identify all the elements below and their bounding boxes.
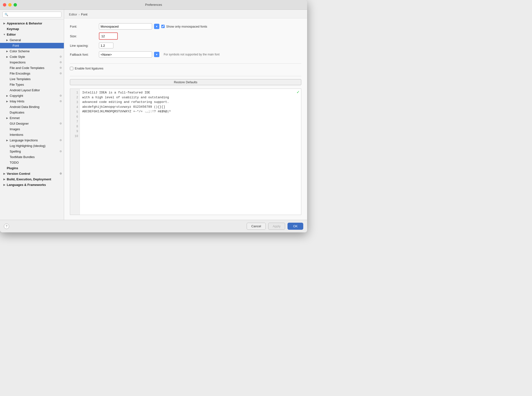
sidebar-item-live-templates[interactable]: Live Templates xyxy=(0,76,64,82)
fallback-font-select[interactable]: <None> xyxy=(99,51,152,58)
checkmark-icon: ✓ xyxy=(296,90,300,94)
line-number: 2 xyxy=(70,95,80,100)
show-monospaced-label[interactable]: Show only monospaced fonts xyxy=(161,25,207,28)
sidebar-item-images[interactable]: Images xyxy=(0,126,64,132)
sidebar-item-label-version-control: Version Control xyxy=(7,172,30,175)
main-layout: ▶Appearance & BehaviorKeymap▼Editor▶Gene… xyxy=(0,10,307,220)
code-line: ABCDEFGHIJKLMNOPQRSTUVWXYZ +-*/= .,;:!? … xyxy=(82,109,299,114)
sidebar-item-textmate-bundles[interactable]: TextMate Bundles xyxy=(0,154,64,160)
file-encodings-gear-icon: ⚙ xyxy=(59,72,62,75)
sidebar-item-label-inlay-hints: Inlay Hints xyxy=(10,99,24,103)
sidebar-item-label-live-templates: Live Templates xyxy=(10,77,30,81)
sidebar-item-label-emmet: Emmet xyxy=(10,116,20,120)
fallback-font-label: Fallback font: xyxy=(70,53,99,56)
sidebar-item-log-highlighting[interactable]: Log Highlighting (Ideolog) xyxy=(0,143,64,149)
sidebar-item-build-execution-deployment[interactable]: ▶Build, Execution, Deployment xyxy=(0,176,64,182)
version-control-arrow-icon: ▶ xyxy=(3,172,6,175)
languages-frameworks-arrow-icon: ▶ xyxy=(3,183,6,186)
sidebar-item-language-injections[interactable]: ▶Language Injections⚙ xyxy=(0,137,64,143)
sidebar-item-gui-designer[interactable]: GUI Designer⚙ xyxy=(0,121,64,126)
sidebar-item-spelling[interactable]: Spelling⚙ xyxy=(0,149,64,154)
ok-button[interactable]: OK xyxy=(288,223,303,230)
breadcrumb-separator: › xyxy=(79,13,80,16)
code-line: with a high level of usability and outst… xyxy=(82,95,299,100)
sidebar-item-label-languages-frameworks: Languages & Frameworks xyxy=(7,183,46,187)
sidebar-tree: ▶Appearance & BehaviorKeymap▼Editor▶Gene… xyxy=(0,20,64,220)
inlay-hints-gear-icon: ⚙ xyxy=(59,100,62,103)
font-select[interactable]: Monospaced xyxy=(99,23,152,30)
sidebar-item-label-copyright: Copyright xyxy=(10,94,23,98)
sidebar-item-general[interactable]: ▶General xyxy=(0,37,64,43)
search-input[interactable] xyxy=(2,12,61,17)
sidebar-item-languages-frameworks[interactable]: ▶Languages & Frameworks xyxy=(0,182,64,188)
sidebar-item-intentions[interactable]: Intentions xyxy=(0,132,64,137)
sidebar-item-appearance-behavior[interactable]: ▶Appearance & Behavior xyxy=(0,21,64,26)
help-button[interactable]: ? xyxy=(4,224,9,229)
sidebar-item-code-style[interactable]: ▶Code Style⚙ xyxy=(0,54,64,60)
fallback-select-arrow[interactable]: ▼ xyxy=(154,52,159,57)
line-number: 10 xyxy=(70,134,80,139)
line-number: 1 xyxy=(70,90,80,95)
sidebar-item-emmet[interactable]: ▶Emmet xyxy=(0,115,64,121)
line-number: 6 xyxy=(70,114,80,119)
font-select-wrapper: Monospaced ▼ Show only monospaced fonts xyxy=(99,23,207,30)
ligatures-row: Enable font ligatures xyxy=(70,67,301,70)
breadcrumb-current: Font xyxy=(81,13,87,16)
ligatures-checkbox[interactable] xyxy=(70,67,73,70)
sidebar-item-file-code-templates[interactable]: File and Code Templates⚙ xyxy=(0,65,64,71)
sidebar-item-label-code-style: Code Style xyxy=(10,55,25,59)
content-body: Font: Monospaced ▼ Show only monospaced … xyxy=(64,18,307,220)
sidebar-item-label-appearance-behavior: Appearance & Behavior xyxy=(7,22,42,25)
breadcrumb: Editor › Font xyxy=(64,10,307,18)
inlay-hints-arrow-icon: ▶ xyxy=(6,100,9,103)
sidebar-item-version-control[interactable]: ▶Version Control⚙ xyxy=(0,171,64,176)
sidebar-item-duplicates[interactable]: Duplicates xyxy=(0,110,64,115)
font-select-arrow[interactable]: ▼ xyxy=(154,24,159,29)
apply-button[interactable]: Apply xyxy=(268,223,285,230)
sidebar-item-label-intentions: Intentions xyxy=(10,133,23,137)
sidebar-item-label-duplicates: Duplicates xyxy=(10,111,24,114)
line-spacing-row: Line spacing: xyxy=(70,43,301,48)
sidebar-item-file-types[interactable]: File Types xyxy=(0,82,64,87)
close-button[interactable] xyxy=(3,3,6,7)
line-number: 3 xyxy=(70,100,80,105)
size-input[interactable] xyxy=(100,33,117,39)
show-monospaced-checkbox[interactable] xyxy=(161,25,165,28)
sidebar-item-inlay-hints[interactable]: ▶Inlay Hints⚙ xyxy=(0,99,64,104)
sidebar-item-label-keymap: Keymap xyxy=(7,27,19,31)
window-controls xyxy=(3,3,17,7)
spelling-gear-icon: ⚙ xyxy=(59,150,62,153)
sidebar-item-color-scheme[interactable]: ▶Color Scheme xyxy=(0,48,64,54)
fallback-font-row: Fallback font: <None> ▼ For symbols not … xyxy=(70,51,301,58)
line-number: 9 xyxy=(70,129,80,134)
font-label: Font: xyxy=(70,25,99,28)
ligatures-label[interactable]: Enable font ligatures xyxy=(70,67,103,70)
sidebar-item-font[interactable]: Font xyxy=(0,43,64,48)
sidebar-item-android-layout-editor[interactable]: Android Layout Editor xyxy=(0,87,64,93)
color-scheme-arrow-icon: ▶ xyxy=(6,50,9,53)
file-code-templates-gear-icon: ⚙ xyxy=(59,66,62,69)
preview-area: 12345678910 IntelliJ IDEA is a full-feat… xyxy=(70,89,301,215)
cancel-button[interactable]: Cancel xyxy=(247,223,266,230)
bottom-bar: ? Cancel Apply OK xyxy=(0,220,307,232)
maximize-button[interactable] xyxy=(14,3,17,7)
sidebar-item-todo[interactable]: TODO xyxy=(0,160,64,165)
sidebar-item-label-log-highlighting: Log Highlighting (Ideolog) xyxy=(10,144,45,148)
sidebar-item-plugins[interactable]: Plugins xyxy=(0,165,64,171)
sidebar-item-label-editor: Editor xyxy=(7,33,16,36)
code-style-arrow-icon: ▶ xyxy=(6,55,9,58)
line-spacing-input[interactable] xyxy=(99,43,113,48)
restore-defaults-button[interactable]: Restore Defaults xyxy=(70,79,301,85)
sidebar-item-inspections[interactable]: Inspections⚙ xyxy=(0,60,64,65)
sidebar-item-label-color-scheme: Color Scheme xyxy=(10,49,30,53)
sidebar-item-keymap[interactable]: Keymap xyxy=(0,26,64,32)
sidebar-item-copyright[interactable]: ▶Copyright⚙ xyxy=(0,93,64,99)
sidebar-item-android-data-binding[interactable]: Android Data Binding xyxy=(0,104,64,110)
sidebar-item-file-encodings[interactable]: File Encodings⚙ xyxy=(0,71,64,76)
code-preview: IntelliJ IDEA is a full-featured IDEwith… xyxy=(80,89,301,215)
breadcrumb-parent: Editor xyxy=(69,13,77,16)
content-panel: Editor › Font Font: Monospaced ▼ Show on… xyxy=(64,10,307,220)
minimize-button[interactable] xyxy=(8,3,12,7)
copyright-arrow-icon: ▶ xyxy=(6,94,9,97)
sidebar-item-editor[interactable]: ▼Editor xyxy=(0,32,64,37)
